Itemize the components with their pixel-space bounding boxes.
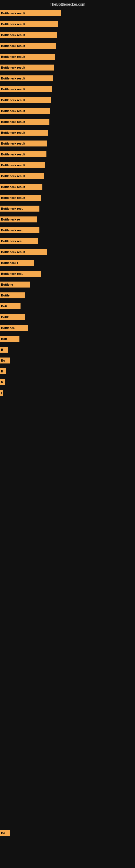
bar-row-29: Bottle: [0, 314, 135, 320]
bar-label-17: Bottleneck result: [1, 185, 25, 188]
bar-label-22: Bottleneck res: [1, 240, 21, 243]
bar-row-27: Bottle: [0, 292, 135, 299]
bar-row-9: Bottleneck result: [0, 97, 135, 103]
bar-row-5: Bottleneck result: [0, 54, 135, 60]
bar-row-21: Bottleneck resu: [0, 227, 135, 233]
bar-17: Bottleneck result: [0, 184, 42, 190]
bar-label-13: Bottleneck result: [1, 142, 25, 145]
bar-1: Bottleneck result: [0, 10, 61, 16]
bar-label-6: Bottleneck result: [1, 66, 25, 69]
bar-label-7: Bottleneck result: [1, 77, 25, 80]
bar-30: Bottlenec: [0, 325, 28, 331]
bar-row-32: B: [0, 347, 135, 352]
bar-9: Bottleneck result: [0, 97, 51, 103]
bar-label-8: Bottleneck result: [1, 88, 25, 91]
bar-10: Bottleneck result: [0, 108, 50, 114]
bar-28: Bott: [0, 303, 20, 309]
bar-label-19: Bottleneck resu: [1, 207, 24, 210]
bar-5: Bottleneck result: [0, 54, 55, 60]
bar-18: Bottleneck result: [0, 195, 41, 201]
bar-label-32: B: [1, 348, 3, 351]
bar-label-5: Bottleneck result: [1, 55, 25, 58]
bar-row-13: Bottleneck result: [0, 141, 135, 147]
bar-row-31: Bott: [0, 336, 135, 342]
bar-row-33: Bo: [0, 358, 135, 364]
bar-row-18: Bottleneck result: [0, 195, 135, 201]
bar-7: Bottleneck result: [0, 75, 53, 82]
bar-label-1: Bottleneck result: [1, 12, 25, 15]
bar-row-12: Bottleneck result: [0, 130, 135, 135]
bar-16: Bottleneck result: [0, 173, 44, 179]
bar-label-9: Bottleneck result: [1, 98, 25, 102]
bar-3: Bottleneck result: [0, 32, 57, 38]
bar-6: Bottleneck result: [0, 65, 54, 70]
bar-row-2: Bottleneck result: [0, 21, 135, 27]
bar-label-11: Bottleneck result: [1, 120, 25, 123]
bar-row-3: Bottleneck result: [0, 32, 135, 38]
bar-row-14: Bottleneck result: [0, 151, 135, 157]
bar-label-4: Bottleneck result: [1, 44, 25, 48]
bar-31: Bott: [0, 336, 19, 342]
bar-row-8: Bottleneck result: [0, 86, 135, 92]
bar-label-18: Bottleneck result: [1, 196, 25, 199]
bar-label-2: Bottleneck result: [1, 23, 25, 26]
bar-label-33: Bo: [1, 359, 5, 362]
bar-19: Bottleneck resu: [0, 206, 39, 212]
bar-label-34: B: [1, 370, 3, 373]
bar-row-11: Bottleneck result: [0, 119, 135, 125]
bar-15: Bottleneck result: [0, 162, 45, 168]
bar-row-4: Bottleneck result: [0, 43, 135, 49]
bar-4: Bottleneck result: [0, 43, 56, 49]
bar-row-25: Bottleneck resu: [0, 271, 135, 277]
bar-label-23: Bottleneck result: [1, 250, 25, 254]
bar-row-20: Bottleneck re: [0, 216, 135, 222]
bar-37: Bo: [0, 830, 10, 836]
bar-8: Bottleneck result: [0, 86, 52, 92]
bar-34: B: [0, 368, 6, 374]
bar-row-28: Bott: [0, 303, 135, 309]
bar-23: Bottleneck result: [0, 249, 47, 255]
bar-label-21: Bottleneck resu: [1, 229, 24, 232]
bar-row-7: Bottleneck result: [0, 75, 135, 82]
bar-29: Bottle: [0, 314, 25, 320]
bar-label-12: Bottleneck result: [1, 131, 25, 134]
bar-21: Bottleneck resu: [0, 227, 39, 233]
bar-label-36: |: [1, 392, 2, 394]
bar-label-28: Bott: [1, 305, 7, 308]
bar-label-29: Bottle: [1, 315, 9, 319]
bar-row-36: |: [0, 390, 135, 396]
bar-20: Bottleneck re: [0, 216, 37, 222]
bar-22: Bottleneck res: [0, 238, 38, 244]
bar-25: Bottleneck resu: [0, 271, 41, 277]
bar-24: Bottleneck r: [0, 260, 34, 266]
site-title: TheBottlenecker.com: [0, 0, 135, 8]
bar-label-15: Bottleneck result: [1, 163, 25, 167]
bar-label-27: Bottle: [1, 294, 9, 297]
bar-row-22: Bottleneck res: [0, 238, 135, 244]
bar-13: Bottleneck result: [0, 141, 47, 147]
bar-27: Bottle: [0, 292, 25, 299]
bar-row-34: B: [0, 368, 135, 374]
bar-36: |: [0, 390, 3, 396]
bar-row-35: B: [0, 379, 135, 385]
bar-label-37: Bo: [1, 831, 5, 835]
bar-label-25: Bottleneck resu: [1, 272, 24, 275]
bar-row-37: Bo: [0, 830, 135, 836]
bar-12: Bottleneck result: [0, 130, 48, 135]
bar-row-16: Bottleneck result: [0, 173, 135, 179]
bar-row-24: Bottleneck r: [0, 260, 135, 266]
bar-row-6: Bottleneck result: [0, 65, 135, 70]
bar-32: B: [0, 347, 8, 352]
bar-26: Bottlene: [0, 282, 30, 287]
bar-label-31: Bott: [1, 337, 7, 340]
bar-row-23: Bottleneck result: [0, 249, 135, 255]
bar-label-14: Bottleneck result: [1, 153, 25, 156]
bar-35: B: [0, 379, 5, 385]
bar-label-10: Bottleneck result: [1, 109, 25, 113]
bar-33: Bo: [0, 358, 10, 364]
bar-label-24: Bottleneck r: [1, 261, 18, 265]
bar-14: Bottleneck result: [0, 151, 46, 157]
bar-row-15: Bottleneck result: [0, 162, 135, 168]
bar-row-17: Bottleneck result: [0, 184, 135, 190]
bar-row-19: Bottleneck resu: [0, 206, 135, 212]
